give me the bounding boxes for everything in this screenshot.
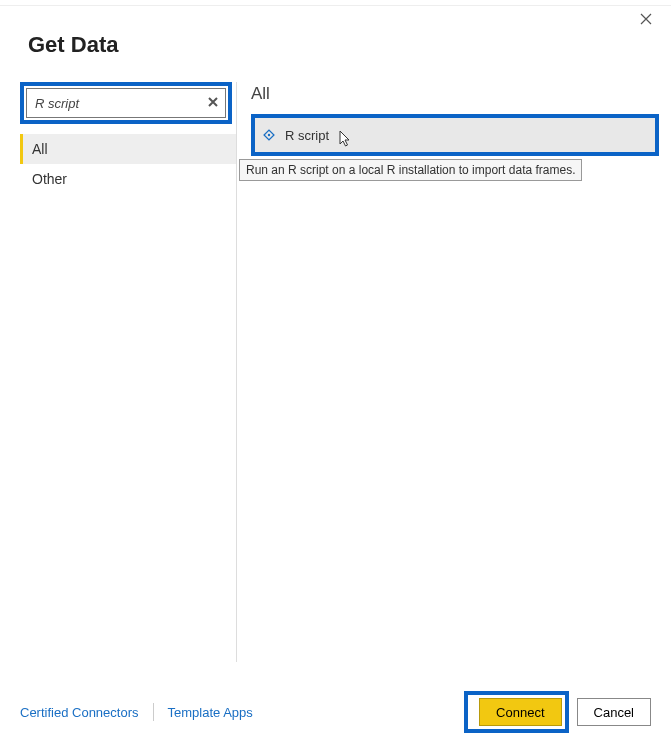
template-apps-link[interactable]: Template Apps [168,705,253,720]
connector-tooltip: Run an R script on a local R installatio… [239,159,582,181]
svg-point-1 [268,134,270,136]
search-highlight [20,82,232,124]
search-box[interactable] [26,88,226,118]
certified-connectors-link[interactable]: Certified Connectors [20,705,139,720]
close-button[interactable] [639,12,655,28]
connector-pane: All R script Python script Run an R scri… [236,82,671,662]
clear-search-icon[interactable] [206,95,220,111]
connector-list-header: All [251,84,659,104]
search-input[interactable] [33,95,206,112]
category-all[interactable]: All [20,134,236,164]
category-other[interactable]: Other [20,164,236,194]
connector-highlight: R script [251,114,659,156]
cancel-button[interactable]: Cancel [577,698,651,726]
diamond-icon [261,127,277,143]
dialog-footer: Certified Connectors Template Apps Conne… [0,695,671,729]
dialog-title: Get Data [28,32,671,58]
connect-button[interactable]: Connect [479,698,561,726]
category-pane: All Other [0,82,236,662]
connector-r-script[interactable]: R script [255,118,655,152]
category-label: All [32,141,48,157]
mouse-cursor-icon [339,130,353,148]
category-label: Other [32,171,67,187]
connector-label: R script [285,128,329,143]
connect-highlight: Connect [464,691,568,733]
footer-divider [153,703,154,721]
